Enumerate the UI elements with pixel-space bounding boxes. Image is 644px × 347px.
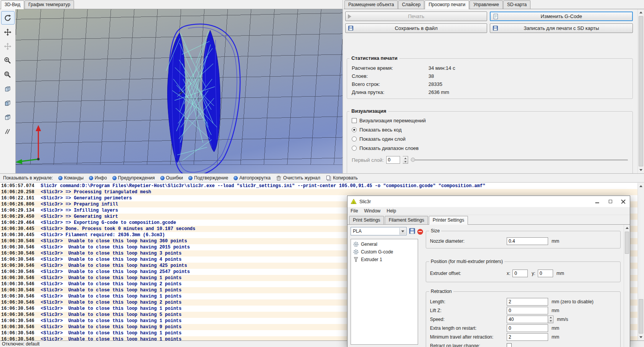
filter-label: Инфо: [95, 175, 107, 181]
log-message: <Slic3r> Unable to close this loop havin…: [41, 318, 181, 324]
menu-file[interactable]: File: [348, 208, 361, 214]
scroll-thumb[interactable]: [625, 232, 629, 254]
log-filter-toggle[interactable]: Подтверждение: [188, 175, 228, 181]
radio-show-single-layer[interactable]: [352, 136, 357, 141]
move-view-button[interactable]: [1, 25, 15, 39]
log-timestamp: 16:05:57.074: [0, 183, 41, 189]
minimize-button[interactable]: [591, 196, 604, 207]
scroll-up-arrow[interactable]: [638, 183, 644, 189]
log-timestamp: 16:06:29.464: [0, 220, 41, 226]
offset-x-input[interactable]: [512, 270, 528, 277]
right-panel-scrollbar[interactable]: [637, 9, 644, 173]
statistics-row: Слоев: 38: [352, 72, 628, 80]
delete-preset-button[interactable]: [417, 229, 423, 235]
scroll-thumb[interactable]: [639, 299, 643, 334]
tab-object-placement[interactable]: Размещение объекта: [344, 0, 398, 9]
tab-slicer[interactable]: Слайсер: [398, 0, 424, 9]
clear-log-button[interactable]: Очистить журнал: [276, 175, 320, 181]
tab-print-settings[interactable]: Print Settings: [349, 216, 384, 224]
save-preset-button[interactable]: [409, 228, 415, 235]
first-layer-input[interactable]: [386, 156, 400, 164]
log-message: <Slic3r> => Generating perimeters: [41, 195, 132, 201]
lift-z-input[interactable]: [507, 307, 548, 314]
viewport-3d[interactable]: [0, 9, 343, 173]
copy-log-button[interactable]: Копировать: [326, 175, 358, 181]
preset-combobox[interactable]: PLA: [351, 227, 407, 235]
filter-label: Ошибки: [166, 175, 183, 181]
rotate-view-button[interactable]: [1, 11, 15, 25]
maximize-button[interactable]: [604, 196, 617, 207]
extra-length-input[interactable]: [507, 324, 548, 332]
log-timestamp: 16:06:30.546: [0, 318, 41, 324]
print-statistics-title: Статистика печати: [349, 55, 399, 61]
view-toolbar: [0, 9, 16, 173]
scroll-down-arrow[interactable]: [638, 334, 644, 340]
combo-dropdown-arrow[interactable]: [399, 228, 406, 235]
extruder-icon: [353, 257, 359, 263]
tab-3d-view[interactable]: 3D-Вид: [1, 0, 24, 9]
tab-filament-settings[interactable]: Filament Settings: [385, 216, 428, 224]
tab-print-preview[interactable]: Просмотр печати: [425, 0, 469, 9]
scroll-up-arrow[interactable]: [638, 9, 644, 16]
log-timestamp: 16:06:30.546: [0, 275, 41, 281]
log-filter-toggle[interactable]: Ошибки: [160, 175, 183, 181]
log-filter-toggle[interactable]: Инфо: [89, 175, 107, 181]
scroll-up-arrow[interactable]: [624, 225, 630, 231]
log-filter-toggle[interactable]: Команды: [58, 175, 84, 181]
menu-help[interactable]: Help: [384, 208, 399, 214]
scroll-thumb[interactable]: [639, 16, 643, 166]
save-for-sd-button[interactable]: Записать для печати с SD карты: [490, 23, 633, 33]
print-button[interactable]: Печать: [345, 12, 487, 21]
parallel-projection-button[interactable]: [1, 125, 15, 138]
edit-gcode-button[interactable]: Изменить G-Code: [490, 12, 633, 21]
iso-view-button[interactable]: [1, 82, 15, 95]
dialog-scrollbar[interactable]: [624, 225, 630, 347]
statistic-label: Длина прутка:: [352, 89, 428, 95]
log-scrollbar[interactable]: [637, 183, 644, 340]
log-timestamp: 16:06:30.546: [0, 306, 41, 312]
show-travel-checkbox[interactable]: [352, 118, 357, 123]
filter-dot-icon: [234, 176, 238, 180]
slider-thumb[interactable]: [411, 158, 415, 162]
first-layer-spinner[interactable]: [403, 156, 408, 164]
menu-window[interactable]: Window: [361, 208, 384, 214]
tree-item-extruder-1[interactable]: Extruder 1: [351, 256, 418, 263]
zoom-window-button[interactable]: [1, 68, 15, 81]
tab-printer-settings[interactable]: Printer Settings: [429, 216, 468, 225]
log-filter-toggle[interactable]: Предупреждения: [112, 175, 155, 181]
zoom-in-button[interactable]: [1, 54, 15, 67]
radio-show-layer-range[interactable]: [352, 146, 357, 151]
move-object-button[interactable]: [1, 39, 15, 53]
nozzle-diameter-input[interactable]: [507, 237, 548, 245]
first-layer-slider[interactable]: [411, 156, 628, 163]
log-message: <Slic3r> Unable to close this loop havin…: [41, 306, 181, 312]
close-button[interactable]: [617, 196, 630, 207]
save-to-file-button[interactable]: Сохранить в файл: [345, 23, 487, 33]
min-travel-input[interactable]: [507, 333, 548, 341]
offset-y-input[interactable]: [538, 270, 553, 277]
scroll-down-arrow[interactable]: [638, 167, 644, 173]
retraction-group-title: Retraction: [429, 289, 453, 294]
retraction-speed-input[interactable]: [507, 316, 548, 323]
tab-sd-card[interactable]: SD-карта: [503, 0, 530, 9]
log-message: <Slic3r> Unable to close this loop havin…: [41, 336, 181, 340]
size-group-title: Size: [429, 228, 441, 234]
retract-on-layer-change-checkbox[interactable]: [507, 343, 512, 347]
scene-svg: [0, 9, 343, 173]
radio-show-all-code[interactable]: [352, 127, 357, 132]
tree-item-general[interactable]: General: [351, 240, 418, 248]
top-view-button[interactable]: [1, 110, 15, 124]
gcode-document-icon: [493, 13, 499, 20]
front-view-button[interactable]: [1, 96, 15, 110]
tab-temp-graph[interactable]: График температур: [25, 0, 74, 9]
tree-item-custom-gcode[interactable]: Custom G-code: [351, 248, 418, 256]
log-message: <Slic3r> Unable to close this loop havin…: [41, 312, 181, 318]
slic3r-title-bar[interactable]: Slic3r: [348, 196, 630, 207]
tab-manual-control[interactable]: Управление: [469, 0, 503, 9]
minimize-icon: [595, 202, 599, 203]
speed-spinner[interactable]: [548, 316, 553, 323]
log-message: <Slic3r> => Infilling layers: [41, 207, 118, 214]
log-filter-toggle[interactable]: Автопрокрутка: [234, 175, 270, 181]
first-layer-label: Первый слой:: [352, 157, 384, 163]
retraction-length-input[interactable]: [507, 298, 548, 306]
